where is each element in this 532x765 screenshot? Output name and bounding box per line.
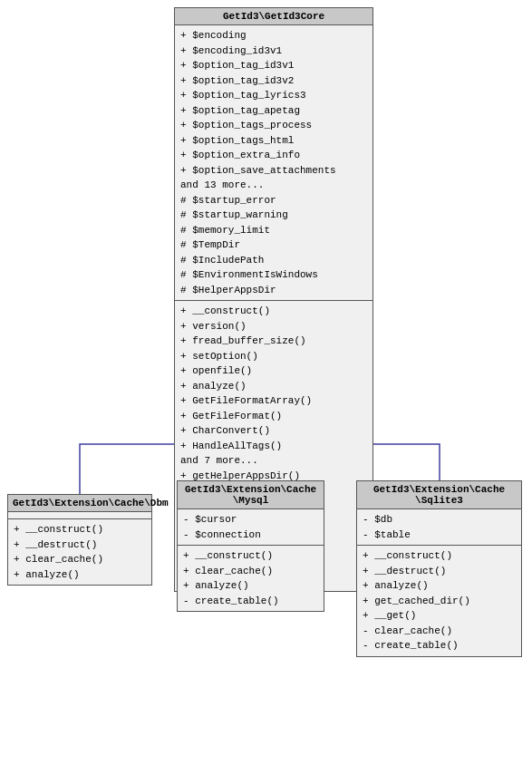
core-title: GetId3\GetId3Core bbox=[175, 8, 372, 25]
dbm-box: GetId3\Extension\Cache\Dbm + __construct… bbox=[7, 494, 152, 586]
dbm-section2: + __construct() + __destruct() + clear_c… bbox=[8, 519, 151, 585]
mysql-title: GetId3\Extension\Cache\Mysql bbox=[178, 481, 324, 509]
mysql-section2: + __construct() + clear_cache() + analyz… bbox=[178, 546, 324, 611]
sqlite3-section1: - $db - $table bbox=[357, 509, 521, 546]
diagram-container: GetId3\GetId3Core + $encoding + $encodin… bbox=[0, 0, 532, 765]
dbm-section1 bbox=[8, 512, 151, 519]
sqlite3-box: GetId3\Extension\Cache\Sqlite3 - $db - $… bbox=[356, 480, 522, 657]
sqlite3-title: GetId3\Extension\Cache\Sqlite3 bbox=[357, 481, 521, 509]
mysql-box: GetId3\Extension\Cache\Mysql - $cursor -… bbox=[177, 480, 324, 612]
sqlite3-section2: + __construct() + __destruct() + analyze… bbox=[357, 546, 521, 656]
dbm-title: GetId3\Extension\Cache\Dbm bbox=[8, 495, 151, 512]
mysql-section1: - $cursor - $connection bbox=[178, 509, 324, 546]
core-section1: + $encoding + $encoding_id3v1 + $option_… bbox=[175, 25, 372, 301]
